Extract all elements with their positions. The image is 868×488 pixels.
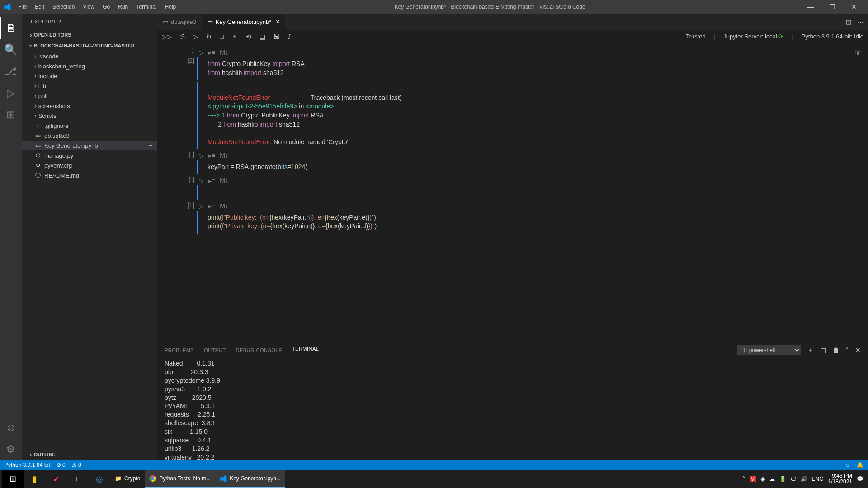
- start-button[interactable]: ⊞: [2, 470, 24, 488]
- panel-tab-output[interactable]: OUTPUT: [204, 347, 226, 353]
- restart-icon[interactable]: ↻: [206, 33, 212, 40]
- add-cell-icon[interactable]: ＋: [231, 33, 238, 41]
- activity-explorer-icon[interactable]: 🗎: [0, 17, 22, 39]
- run-by-line-icon[interactable]: ▸≡: [208, 152, 215, 159]
- section-open-editors[interactable]: OPEN EDITORS: [22, 29, 157, 40]
- split-terminal-icon[interactable]: ◫: [820, 347, 826, 354]
- tray-steam-icon[interactable]: ◉: [760, 476, 765, 482]
- save-icon[interactable]: 🖫: [274, 33, 280, 40]
- run-cell-icon[interactable]: ▷: [199, 202, 204, 210]
- file-item[interactable]: ⬡manage.py: [22, 150, 157, 160]
- menu-edit[interactable]: Edit: [31, 2, 48, 12]
- folder-item[interactable]: screenshots: [22, 101, 157, 111]
- close-icon[interactable]: ×: [276, 18, 279, 25]
- sidebar-more-icon[interactable]: ⋯: [143, 19, 148, 24]
- tray-network-icon[interactable]: 🖵: [791, 476, 796, 482]
- markdown-icon[interactable]: M↓: [220, 152, 228, 159]
- kernel-label[interactable]: Python 3.9.1 64-bit: Idle: [802, 33, 863, 40]
- run-by-line-icon[interactable]: ▸≡: [208, 202, 215, 210]
- file-item[interactable]: ▭db.sqlite3: [22, 131, 157, 141]
- run-below-icon[interactable]: ▷̲: [193, 33, 198, 40]
- new-terminal-icon[interactable]: ＋: [807, 346, 814, 354]
- panel-tab-terminal[interactable]: TERMINAL: [292, 346, 319, 354]
- jupyter-server-label[interactable]: Jupyter Server: local ⟳: [723, 33, 783, 40]
- terminal-selector[interactable]: 1: powershell: [737, 345, 801, 355]
- delete-cell-icon[interactable]: 🗑: [854, 49, 861, 56]
- code-area[interactable]: from Crypto.PublicKey import RSA from ha…: [197, 57, 864, 80]
- tray-notifications-icon[interactable]: 💬: [857, 476, 863, 482]
- tab-db-sqlite3[interactable]: ▭ db.sqlite3: [157, 14, 202, 30]
- run-by-line-icon[interactable]: ▸≡: [208, 49, 215, 56]
- run-all-icon[interactable]: ▷▷: [162, 33, 172, 40]
- run-above-icon[interactable]: ▷̄: [180, 33, 185, 40]
- close-panel-icon[interactable]: ✕: [855, 347, 861, 354]
- code-area[interactable]: [197, 185, 864, 200]
- code-area[interactable]: keyPair = RSA.generate(bits=1024): [197, 160, 864, 174]
- status-errors[interactable]: ⊘ 0: [57, 462, 66, 468]
- add-cell-icon[interactable]: ＋: [148, 141, 154, 150]
- maximize-panel-icon[interactable]: ˄: [845, 347, 849, 354]
- menu-file[interactable]: File: [14, 2, 30, 12]
- run-cell-icon[interactable]: ▷: [199, 49, 204, 56]
- run-by-line-icon[interactable]: ▸≡: [208, 177, 215, 184]
- interrupt-icon[interactable]: □: [220, 33, 223, 40]
- folder-item[interactable]: Include: [22, 71, 157, 81]
- tray-chevron-icon[interactable]: ˄: [742, 476, 745, 482]
- tray-lang[interactable]: ENG: [812, 476, 824, 482]
- markdown-icon[interactable]: M↓: [220, 49, 228, 56]
- split-editor-icon[interactable]: ◫: [846, 19, 851, 25]
- run-cell-icon[interactable]: ▷: [199, 177, 204, 184]
- taskbar-app-vscode[interactable]: Key Generator.ipyn...: [215, 470, 285, 488]
- activity-account-icon[interactable]: ☺: [0, 417, 22, 438]
- trusted-label[interactable]: Trusted: [686, 33, 706, 40]
- folder-item[interactable]: Lib: [22, 81, 157, 91]
- more-actions-icon[interactable]: ⋯: [858, 19, 863, 25]
- status-warnings[interactable]: ⚠ 0: [72, 462, 81, 468]
- markdown-icon[interactable]: M↓: [220, 177, 228, 184]
- tray-icon[interactable]: V: [750, 476, 755, 482]
- code-area[interactable]: print(f"Public key: (n={hex(keyPair.n)},…: [197, 211, 864, 234]
- variables-icon[interactable]: ▦: [259, 33, 265, 40]
- taskbar-edge-icon[interactable]: ◎: [89, 470, 110, 488]
- taskbar-app-icon[interactable]: ✔: [45, 470, 67, 488]
- clear-outputs-icon[interactable]: ⟲: [246, 33, 251, 40]
- feedback-icon[interactable]: ☺: [845, 462, 850, 468]
- menu-view[interactable]: View: [79, 2, 98, 12]
- menu-help[interactable]: Help: [161, 2, 180, 12]
- terminal-output[interactable]: Naked 0.1.31 pip 20.3.3 pycryptodome 3.9…: [157, 357, 868, 460]
- tray-battery-icon[interactable]: 🔋: [779, 476, 786, 482]
- activity-extensions-icon[interactable]: ⊞: [0, 104, 22, 126]
- menu-run[interactable]: Run: [114, 2, 132, 12]
- panel-tab-problems[interactable]: PROBLEMS: [165, 347, 194, 353]
- menu-go[interactable]: Go: [99, 2, 113, 12]
- section-project[interactable]: BLOCKCHAIN-BASED-E-VOTING-MASTER: [22, 40, 157, 51]
- section-outline[interactable]: OUTLINE: [22, 449, 157, 460]
- close-window-button[interactable]: ✕: [844, 3, 864, 10]
- markdown-icon[interactable]: M↓: [220, 202, 228, 210]
- taskbar-app-chrome[interactable]: Python Tests: No m...: [145, 470, 215, 488]
- notifications-icon[interactable]: 🔔: [857, 462, 863, 468]
- minimize-button[interactable]: —: [800, 3, 821, 10]
- folder-item[interactable]: .vscode: [22, 51, 157, 61]
- activity-settings-icon[interactable]: ⚙: [0, 438, 22, 460]
- menu-selection[interactable]: Selection: [49, 2, 78, 12]
- file-item[interactable]: ⚙pyvenv.cfg: [22, 160, 157, 170]
- kill-terminal-icon[interactable]: 🗑: [833, 347, 840, 354]
- activity-debug-icon[interactable]: ▷: [0, 82, 22, 104]
- taskbar-app-crypto[interactable]: 📁 Crypto: [110, 470, 145, 488]
- tray-volume-icon[interactable]: 🔊: [801, 476, 807, 482]
- activity-scm-icon[interactable]: ⎇: [0, 61, 22, 82]
- file-item[interactable]: ◦.gitignore: [22, 121, 157, 131]
- panel-tab-debug[interactable]: DEBUG CONSOLE: [236, 347, 282, 353]
- folder-item[interactable]: blockchain_voting: [22, 61, 157, 71]
- folder-item[interactable]: poll: [22, 91, 157, 101]
- taskbar-clock[interactable]: 9:43 PM 1/18/2021: [828, 473, 852, 485]
- status-python[interactable]: Python 3.9.1 64-bit: [5, 462, 50, 468]
- taskbar-explorer-icon[interactable]: ▮: [24, 470, 45, 488]
- maximize-button[interactable]: ❐: [822, 3, 843, 10]
- run-cell-icon[interactable]: ▷: [199, 152, 204, 159]
- tray-cloud-icon[interactable]: ☁: [769, 476, 775, 482]
- activity-search-icon[interactable]: 🔍: [0, 39, 22, 61]
- file-item[interactable]: ⓘREADME.md: [22, 170, 157, 180]
- taskbar-app-icon[interactable]: ⌗: [67, 470, 89, 488]
